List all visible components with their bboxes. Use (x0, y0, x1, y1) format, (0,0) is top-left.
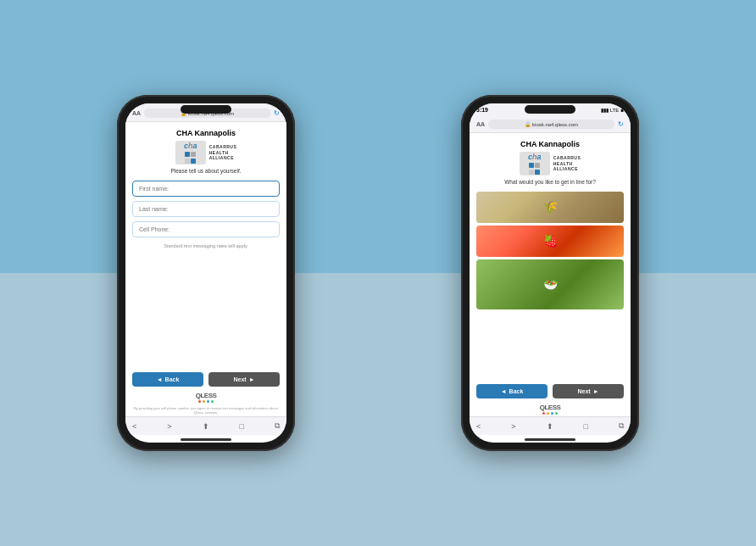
phone2-cha-header: CHA Kannapolis c h a (470, 133, 631, 188)
phone1-logo-squares (185, 152, 197, 164)
sq6 (535, 163, 540, 168)
phone1-back-label: Back (165, 376, 180, 382)
phone1-sms-note: Standard text messaging rates will apply… (132, 243, 280, 248)
phone1-back-button[interactable]: ◄ Back (132, 372, 203, 387)
phone1-safari-share[interactable]: ⬆ (203, 422, 209, 431)
phone1-logo-line1: CABARRUS (209, 144, 237, 150)
phone1: AA 🔒 kiosk.na4.qless.com ↻ CHA Kannapoli… (117, 95, 295, 451)
last-name-input[interactable] (132, 201, 280, 217)
phone2-next-label: Next (577, 388, 590, 394)
phone2-safari-forward[interactable]: > (511, 422, 515, 431)
qless-dot2-blue (551, 412, 553, 415)
phone1-next-label: Next (233, 376, 246, 382)
phone2-next-arrow: ► (593, 388, 599, 394)
phone2-back-label: Back (509, 388, 524, 394)
phone2-letter-a: a (536, 153, 541, 161)
phone2-lte: LTE (610, 108, 620, 113)
phone2-browser-bar: AA 🔒 kiosk.na4.qless.com ↻ (470, 114, 631, 133)
qless-dot2-red (542, 412, 545, 415)
phone2-safari-back[interactable]: < (476, 422, 481, 431)
phone1-url-bar[interactable]: 🔒 kiosk.na4.qless.com (144, 109, 270, 118)
app-background: AA 🔒 kiosk.na4.qless.com ↻ CHA Kannapoli… (0, 0, 756, 546)
phone2-status-bar: 3:19 ▮▮▮ LTE ■ (470, 103, 631, 114)
phone2-next-button[interactable]: Next ► (553, 384, 624, 398)
phone1-qless-logo: QLESS (125, 390, 286, 404)
phone1-cha-logo-box: c h a (175, 141, 206, 164)
sq3 (185, 159, 190, 164)
phone2-wrapper: 3:19 ▮▮▮ LTE ■ AA 🔒 kiosk.na4.qless.com … (461, 95, 639, 451)
service-item-1[interactable]: 🌾 Recertification with Nutritionist Flex… (476, 192, 624, 223)
phone1-letter-a: a (192, 142, 197, 150)
phone1-qless-dots (125, 400, 286, 403)
qless-dot2-orange (547, 412, 549, 415)
phone1-cha-logo: c h a (131, 141, 281, 164)
phone1-screen-content: CHA Kannapolis c h a (125, 122, 286, 416)
phone2-url-bar[interactable]: 🔒 kiosk.na4.qless.com (488, 120, 614, 129)
qless-dot-blue (207, 400, 209, 403)
phone1-safari-bottom: < > ⬆ □ ⧉ (125, 416, 286, 435)
phone2-safari-share[interactable]: ⬆ (547, 422, 553, 431)
phone1-lock-icon: 🔒 (181, 110, 186, 116)
phone1-aa-label: AA (132, 110, 141, 116)
phone2-back-button[interactable]: ◄ Back (476, 384, 548, 398)
phone2-screen: 3:19 ▮▮▮ LTE ■ AA 🔒 kiosk.na4.qless.com … (470, 103, 631, 443)
phone1-url-text: kiosk.na4.qless.com (188, 111, 234, 116)
cell-phone-input[interactable] (132, 221, 280, 237)
phone2-signal: ▮▮▮ (601, 107, 609, 113)
phone1-next-button[interactable]: Next ► (208, 372, 280, 387)
phone2-cha-logo-box: c h a (520, 152, 550, 176)
phone2-cha-logo-text: CABARRUS HEALTH ALLIANCE (553, 155, 581, 172)
service-item-3[interactable]: 🥗 Monday Late Clinic Recertification or … (476, 259, 624, 310)
phone2-service-list: 🌾 Recertification with Nutritionist Flex… (470, 188, 631, 384)
phone2-lock-icon: 🔒 (525, 121, 531, 127)
phone2-screen-content: CHA Kannapolis c h a (470, 133, 631, 416)
service-image-1: 🌾 (476, 192, 624, 223)
phone2-logo-line3: ALLIANCE (553, 166, 581, 172)
phone2-nav-buttons: ◄ Back Next ► (470, 384, 631, 402)
phone1-cha-logo-text: CABARRUS HEALTH ALLIANCE (209, 144, 237, 161)
phone2-cha-letters: c h a (528, 153, 542, 161)
phone1-safari-tabs[interactable]: □ (240, 422, 244, 431)
sq7 (529, 170, 534, 175)
phone2-aa-label: AA (476, 121, 485, 127)
phone2-cha-logo: c h a (475, 152, 625, 176)
phone1-next-arrow: ► (249, 376, 255, 382)
service-item-2[interactable]: 🍓 Follow Up with Nutritionist FlexAppoin… (476, 226, 624, 257)
phone1-cha-subtitle: Please tell us about yourself. (131, 168, 281, 174)
phone2-safari-tabs[interactable]: □ (584, 422, 588, 431)
phone1-refresh-icon[interactable]: ↻ (274, 109, 280, 117)
phone1-safari-forward[interactable]: > (167, 422, 171, 431)
phone1-cha-title: CHA Kannapolis (131, 129, 281, 137)
phone2: 3:19 ▮▮▮ LTE ■ AA 🔒 kiosk.na4.qless.com … (461, 95, 639, 451)
phone2-logo-squares (529, 163, 541, 175)
phone1-cha-letters: c h a (184, 142, 197, 150)
sq8 (535, 170, 540, 175)
first-name-input[interactable] (132, 181, 280, 197)
sq4 (191, 159, 196, 164)
phone2-qless-text: QLESS (470, 404, 631, 411)
phone1-safari-back[interactable]: < (132, 422, 136, 431)
phone1-home-indicator (181, 438, 231, 441)
sq5 (529, 163, 534, 168)
phone1-wrapper: AA 🔒 kiosk.na4.qless.com ↻ CHA Kannapoli… (117, 95, 295, 451)
phone2-qless-dots (470, 412, 631, 415)
phone1-logo-line3: ALLIANCE (209, 155, 237, 161)
qless-dot-orange (203, 400, 205, 403)
phone2-safari-bottom: < > ⬆ □ ⧉ (470, 416, 631, 435)
service-image-3: 🥗 (476, 259, 624, 310)
sq1 (185, 152, 190, 157)
phone2-home-indicator (525, 438, 575, 441)
phone2-refresh-icon[interactable]: ↻ (618, 120, 624, 128)
phone2-safari-copy[interactable]: ⧉ (619, 421, 624, 431)
phone1-safari-copy[interactable]: ⧉ (275, 421, 280, 431)
phone2-url-text: kiosk.na4.qless.com (532, 122, 578, 127)
phone1-cha-header: CHA Kannapolis c h a (125, 122, 286, 177)
phone2-battery: ■ (620, 108, 624, 113)
phone2-cha-title: CHA Kannapolis (475, 140, 625, 148)
phone1-browser-bar: AA 🔒 kiosk.na4.qless.com ↻ (125, 103, 286, 122)
phone2-time: 3:19 (476, 107, 488, 113)
phone2-qless-logo: QLESS (470, 402, 631, 416)
phone2-cha-subtitle: What would you like to get in line for? (475, 179, 625, 185)
phone2-back-arrow: ◄ (501, 388, 507, 394)
phone1-nav-buttons: ◄ Back Next ► (125, 372, 286, 390)
